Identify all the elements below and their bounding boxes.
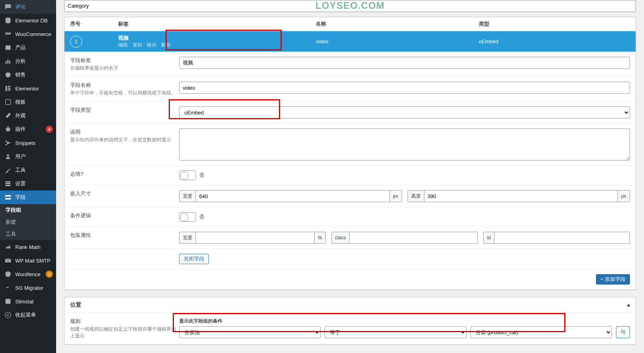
svg-rect-17 bbox=[6, 299, 11, 304]
elementor-icon bbox=[4, 84, 12, 92]
sidebar-item-templates[interactable]: 模板 bbox=[0, 95, 56, 109]
stats-icon bbox=[4, 57, 12, 65]
sidebar-item-label: WooCommerce bbox=[15, 31, 53, 37]
add-field-button[interactable]: + 添加字段 bbox=[596, 274, 630, 285]
templates-icon bbox=[4, 98, 12, 106]
slim-icon bbox=[4, 297, 12, 305]
field-row-selected[interactable]: 1 视频 编辑 复制 移动 删除 video oEmbed bbox=[65, 31, 636, 52]
fields-icon bbox=[4, 193, 12, 201]
alert-badge: 2 bbox=[46, 271, 53, 278]
field-label-input[interactable] bbox=[179, 57, 630, 69]
brush-icon bbox=[4, 112, 12, 120]
sidebar-item-fields[interactable]: 字段 bbox=[0, 191, 56, 204]
logic-toggle[interactable] bbox=[179, 212, 196, 222]
sidebar-item-elementor-db[interactable]: Elementor DB bbox=[0, 14, 56, 27]
sidebar-item-label: Rank Math bbox=[15, 244, 53, 250]
field-row-type: oEmbed bbox=[479, 38, 630, 44]
rule-param-select[interactable]: 分类法 bbox=[179, 326, 321, 338]
sidebar-item-wpmailsmtp[interactable]: WP Mail SMTP bbox=[0, 254, 56, 267]
field-type-select[interactable]: oEmbed bbox=[179, 106, 630, 118]
db-icon bbox=[4, 16, 12, 24]
sidebar-item-sales[interactable]: 销售 bbox=[0, 68, 56, 82]
sidebar-item-comments[interactable]: 评论 bbox=[0, 0, 56, 14]
col-header-label: 标签 bbox=[118, 20, 316, 28]
wrap-width-input[interactable] bbox=[196, 232, 315, 244]
watermark: LOYSEO.COM bbox=[315, 0, 385, 11]
admin-sidebar: 评论 Elementor DB WooCommerce 产品 分析 销售 Ele… bbox=[0, 0, 56, 353]
sidebar-item-label: 字段 bbox=[15, 194, 53, 201]
col-header-type: 类型 bbox=[479, 20, 630, 28]
sidebar-item-plugins[interactable]: 插件4 bbox=[0, 122, 56, 136]
svg-rect-8 bbox=[8, 88, 10, 89]
sidebar-item-elementor[interactable]: Elementor bbox=[0, 82, 56, 95]
label-title: 必填? bbox=[70, 170, 177, 178]
required-toggle[interactable] bbox=[179, 170, 196, 180]
wrench-icon bbox=[4, 166, 12, 174]
rule-value-select[interactable]: 分类 (product_cat) bbox=[470, 326, 612, 338]
sidebar-item-woocommerce[interactable]: WooCommerce bbox=[0, 27, 56, 41]
embed-height-input[interactable] bbox=[424, 190, 618, 202]
action-move[interactable]: 移动 bbox=[147, 42, 156, 48]
wrap-width-unit: % bbox=[315, 232, 326, 244]
sidebar-item-appearance[interactable]: 外观 bbox=[0, 109, 56, 122]
sidebar-item-settings[interactable]: 设置 bbox=[0, 177, 56, 191]
description-textarea[interactable] bbox=[179, 128, 630, 160]
embed-width-input[interactable] bbox=[196, 190, 390, 202]
sidebar-item-label: 产品 bbox=[15, 44, 53, 51]
rule-operator-select[interactable]: 等于 bbox=[325, 326, 466, 338]
sidebar-item-users[interactable]: 用户 bbox=[0, 150, 56, 163]
sidebar-item-collapse[interactable]: 收起菜单 bbox=[0, 308, 56, 322]
wrap-id-input[interactable] bbox=[494, 232, 630, 244]
action-delete[interactable]: 删除 bbox=[161, 42, 171, 48]
toggle-state: 否 bbox=[199, 172, 204, 179]
label-desc: 创建一组规则以确定自定义字段组在哪个编辑界面上显示 bbox=[70, 326, 177, 339]
sidebar-item-wordfence[interactable]: Wordfence2 bbox=[0, 267, 56, 281]
sidebar-item-rankmath[interactable]: Rank Math bbox=[0, 240, 56, 254]
submenu-new[interactable]: 新建 bbox=[0, 216, 56, 228]
rule-and-button[interactable]: 与 bbox=[616, 326, 630, 338]
field-order-handle[interactable]: 1 bbox=[70, 36, 82, 48]
action-edit[interactable]: 编辑 bbox=[118, 42, 128, 48]
svg-rect-9 bbox=[8, 90, 10, 91]
svg-rect-1 bbox=[6, 46, 11, 50]
setting-required: 必填? 否 bbox=[65, 165, 636, 185]
setting-wrapper-attrs: 包装属性 宽度% class id bbox=[65, 227, 636, 249]
field-row-label: 视频 bbox=[118, 34, 316, 42]
action-copy[interactable]: 复制 bbox=[133, 42, 142, 48]
location-panel-title[interactable]: 位置▴ bbox=[65, 297, 636, 313]
sidebar-item-analytics[interactable]: 分析 bbox=[0, 54, 56, 68]
col-header-order: 序号 bbox=[70, 20, 118, 28]
fields-panel: 序号 标签 名称 类型 1 视频 编辑 复制 移动 删除 video bbox=[64, 17, 636, 290]
sidebar-item-label: WP Mail SMTP bbox=[15, 258, 53, 264]
sidebar-item-products[interactable]: 产品 bbox=[0, 41, 56, 54]
sidebar-item-label: 收起菜单 bbox=[15, 311, 53, 319]
label-title: 规则 bbox=[70, 318, 177, 325]
users-icon bbox=[4, 152, 12, 160]
sliders-icon bbox=[4, 180, 12, 188]
sidebar-item-snippets[interactable]: Snippets bbox=[0, 136, 56, 150]
sidebar-item-label: 用户 bbox=[15, 153, 53, 160]
plug-icon bbox=[4, 125, 12, 133]
sidebar-item-label: Elementor bbox=[15, 86, 53, 92]
setting-field-name: 字段名称单个字符串，不能有空格，可以用横线或下画线。 bbox=[65, 76, 636, 101]
svg-point-5 bbox=[6, 72, 11, 78]
location-panel: 位置▴ 规则创建一组规则以确定自定义字段组在哪个编辑界面上显示 显示此字段组的条… bbox=[64, 297, 636, 345]
sidebar-item-slimstat[interactable]: Slimstat bbox=[0, 295, 56, 308]
sidebar-item-label: 工具 bbox=[15, 166, 53, 174]
label-title: 包装属性 bbox=[70, 232, 177, 239]
submenu-tools[interactable]: 工具 bbox=[0, 228, 56, 240]
wrap-class-input[interactable] bbox=[349, 232, 478, 244]
svg-rect-7 bbox=[8, 86, 10, 87]
collapse-icon[interactable]: ▴ bbox=[627, 301, 630, 309]
col-header-name: 名称 bbox=[316, 20, 478, 28]
width-unit: px bbox=[390, 190, 402, 202]
field-name-input[interactable] bbox=[179, 82, 630, 94]
label-title: 字段标签 bbox=[70, 57, 177, 64]
sidebar-item-sgmigrator[interactable]: SG Migrator bbox=[0, 281, 56, 295]
svg-rect-3 bbox=[7, 60, 8, 64]
wrap-id-label: id bbox=[483, 232, 494, 244]
submenu-field-groups[interactable]: 字段组 bbox=[0, 204, 56, 216]
close-field-button[interactable]: 关闭字段 bbox=[179, 254, 209, 264]
sidebar-item-tools[interactable]: 工具 bbox=[0, 163, 56, 177]
sidebar-item-label: Slimstat bbox=[15, 299, 53, 305]
